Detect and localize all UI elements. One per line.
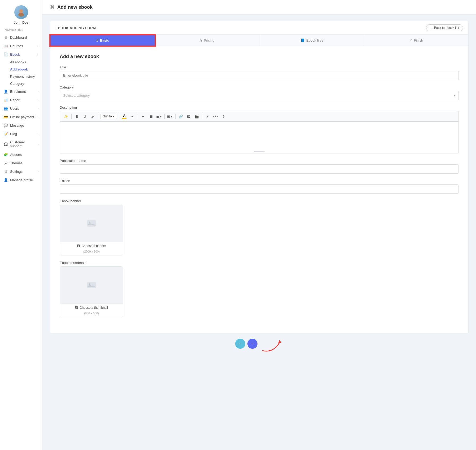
content-area: EBOOK ADDING FORM ← Back to ebook list #… — [42, 15, 476, 450]
font-family-btn[interactable]: Nunito ▾ — [100, 114, 117, 119]
thumbnail-preview — [60, 267, 123, 304]
sidebar-item-enrolment[interactable]: 👤 Enrolment › — [0, 87, 42, 96]
tab-basic[interactable]: # Basic — [50, 35, 155, 46]
thumbnail-choose-label: 🖼 Choose a thumbnail — [60, 304, 123, 312]
avatar — [14, 5, 28, 19]
category-group: Category Select a category ▾ — [60, 85, 459, 100]
italic-btn[interactable]: 🖊 — [89, 113, 96, 120]
tabs-bar: # Basic ¥ Pricing 📘 Ebook files ✓ Finish — [50, 35, 469, 46]
description-label: Description — [60, 105, 459, 109]
description-editor[interactable] — [60, 122, 459, 153]
video-btn[interactable]: 🎬 — [193, 113, 200, 120]
bottom-actions: ← → — [50, 333, 469, 359]
category-select[interactable]: Select a category — [60, 91, 459, 100]
publication-name-group: Publication name — [60, 159, 459, 174]
user-icon: 👤 — [4, 178, 8, 182]
sidebar: John Doe NAVIGATION ⊞ Dashboard 📖 Course… — [0, 0, 42, 450]
credit-card-icon: 💳 — [4, 115, 8, 119]
svg-point-5 — [89, 222, 90, 223]
tab-pricing[interactable]: ¥ Pricing — [155, 35, 260, 46]
thumbnail-size-label: (800 x 500) — [84, 312, 99, 317]
grid-icon: ⊞ — [4, 35, 8, 39]
tab-ebook-files-icon: 📘 — [300, 38, 305, 42]
tab-pricing-icon: ¥ — [200, 38, 202, 42]
sidebar-item-message[interactable]: 💬 Message — [0, 121, 42, 130]
form-body: Add a new ebook Title Category Select a … — [50, 46, 469, 333]
tab-ebook-files[interactable]: 📘 Ebook files — [260, 35, 364, 46]
publication-name-input[interactable] — [60, 164, 459, 174]
prev-button[interactable]: ← — [235, 339, 245, 349]
form-section-title: Add a new ebook — [60, 54, 459, 59]
edition-input[interactable] — [60, 184, 459, 194]
thumbnail-group: Ebook thumbnail 🖼 Choose a thumbnail (80… — [60, 261, 459, 317]
chevron-down-icon: ▾ — [113, 114, 115, 118]
color-dropdown-btn[interactable]: ▾ — [129, 113, 136, 120]
underline-btn[interactable]: U — [81, 113, 88, 120]
sidebar-item-settings[interactable]: ⚙ Settings › — [0, 167, 42, 176]
sidebar-item-themes[interactable]: 🖌 Themes — [0, 159, 42, 167]
nav-label: NAVIGATION — [0, 29, 24, 32]
banner-size-label: (2000 x 500) — [83, 250, 100, 255]
sidebar-item-report[interactable]: 📊 Report › — [0, 96, 42, 104]
toolbar-divider-5 — [164, 114, 165, 119]
chevron-right-icon: › — [38, 143, 38, 146]
chevron-right-icon: › — [38, 45, 38, 47]
editor-toolbar: ✨ B U 🖊 Nunito ▾ A ▾ ≡ — [60, 111, 459, 122]
image-icon-2: 🖼 — [75, 306, 78, 310]
help-btn[interactable]: ? — [220, 113, 227, 120]
banner-preview — [60, 205, 123, 242]
bold-btn[interactable]: B — [73, 113, 80, 120]
sidebar-item-ebook[interactable]: 📄 Ebook ∨ — [0, 50, 42, 59]
thumbnail-label: Ebook thumbnail — [60, 261, 459, 265]
sidebar-item-courses[interactable]: 📖 Courses › — [0, 42, 42, 50]
form-header-title: EBOOK ADDING FORM — [55, 26, 96, 30]
file-text-icon: 📄 — [4, 52, 8, 56]
svg-rect-3 — [19, 13, 23, 15]
tab-finish[interactable]: ✓ Finish — [364, 35, 468, 46]
svg-point-7 — [89, 283, 90, 285]
arrow-right-icon: → — [250, 341, 255, 346]
title-label: Title — [60, 65, 459, 69]
back-to-ebook-list-button[interactable]: ← Back to ebook list — [426, 24, 463, 31]
next-button[interactable]: → — [247, 339, 257, 349]
sidebar-subitem-add-ebook[interactable]: Add ebook — [0, 66, 42, 73]
fullscreen-btn[interactable]: ⤢ — [204, 113, 211, 120]
main-content: ⌘ Add new ebook EBOOK ADDING FORM ← Back… — [42, 0, 476, 450]
thumbnail-upload-area[interactable]: 🖼 Choose a thumbnail (800 x 500) — [60, 266, 123, 317]
title-input[interactable] — [60, 71, 459, 80]
align-btn[interactable]: ≣ ▾ — [156, 113, 163, 120]
banner-group: Ebook banner 🖼 Choose a banner (2000 x 5… — [60, 199, 459, 255]
editor-resize-handle[interactable] — [254, 151, 265, 152]
sidebar-item-customer-support[interactable]: 🎧 Customer support › — [0, 138, 42, 150]
book-icon: 📖 — [4, 44, 8, 48]
table-btn[interactable]: ⊞ ▾ — [167, 113, 173, 120]
tab-finish-icon: ✓ — [409, 38, 412, 42]
file-icon: 📝 — [4, 132, 8, 136]
publication-name-label: Publication name — [60, 159, 459, 163]
sidebar-item-dashboard[interactable]: ⊞ Dashboard — [0, 33, 42, 42]
magic-btn[interactable]: ✨ — [63, 113, 69, 120]
unordered-list-btn[interactable]: ≡ — [140, 113, 147, 120]
text-color-btn[interactable]: A — [121, 113, 128, 120]
sidebar-item-users[interactable]: 👥 Users › — [0, 104, 42, 113]
link-btn[interactable]: 🔗 — [177, 113, 184, 120]
title-group: Title — [60, 65, 459, 80]
sidebar-subitem-all-ebooks[interactable]: All ebooks — [0, 59, 42, 66]
ordered-list-btn[interactable]: ☰ — [148, 113, 155, 120]
code-btn[interactable]: </> — [212, 113, 219, 120]
svg-rect-4 — [87, 220, 96, 227]
sidebar-item-manage-profile[interactable]: 👤 Manage profile — [0, 176, 42, 184]
sidebar-item-addons[interactable]: 🧩 Addons — [0, 150, 42, 159]
sidebar-subitem-payment-history[interactable]: Payment history — [0, 73, 42, 80]
image-btn[interactable]: 🖼 — [185, 113, 192, 120]
sidebar-subitem-category[interactable]: Category — [0, 80, 42, 87]
color-indicator — [122, 118, 126, 119]
sidebar-item-offline-payment[interactable]: 💳 Offline payment › — [0, 113, 42, 121]
edition-label: Edition — [60, 179, 459, 183]
top-header: ⌘ Add new ebook — [42, 0, 476, 15]
toolbar-divider-4 — [138, 114, 138, 119]
banner-choose-label: 🖼 Choose a banner — [60, 242, 123, 250]
arrow-annotation — [260, 339, 283, 353]
banner-upload-area[interactable]: 🖼 Choose a banner (2000 x 500) — [60, 205, 123, 255]
sidebar-item-blog[interactable]: 📝 Blog › — [0, 130, 42, 138]
